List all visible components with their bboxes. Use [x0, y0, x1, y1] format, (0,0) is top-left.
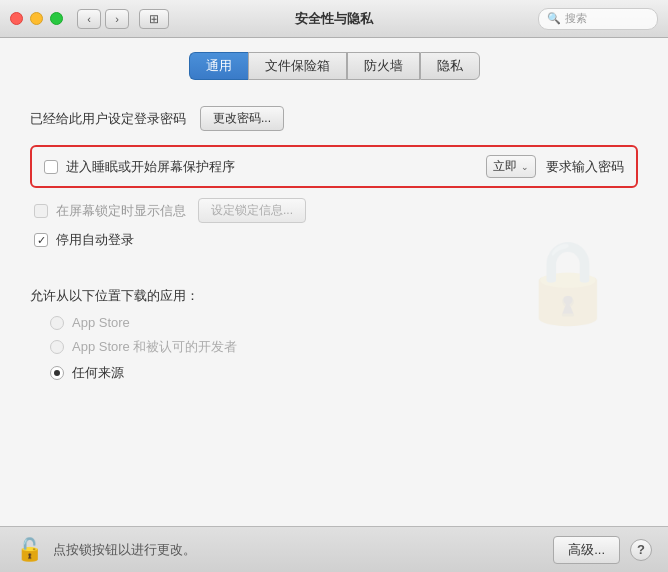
screensaver-label: 进入睡眠或开始屏幕保护程序 — [66, 158, 235, 176]
set-lock-button: 设定锁定信息... — [198, 198, 306, 223]
download-label: 允许从以下位置下载的应用： — [30, 287, 638, 305]
password-label: 已经给此用户设定登录密码 — [30, 110, 186, 128]
bottom-bar: 🔓 点按锁按钮以进行更改。 高级... ? — [0, 526, 668, 572]
window-title: 安全性与隐私 — [295, 10, 373, 28]
search-box[interactable]: 🔍 搜索 — [538, 8, 658, 30]
auto-login-row: ✓ 停用自动登录 — [34, 231, 638, 249]
radio-appstore-label: App Store — [72, 315, 130, 330]
nav-buttons: ‹ › — [77, 9, 129, 29]
search-placeholder: 搜索 — [565, 11, 587, 26]
tab-general[interactable]: 通用 — [189, 52, 248, 80]
search-icon: 🔍 — [547, 12, 561, 25]
traffic-lights — [10, 12, 63, 25]
forward-button[interactable]: › — [105, 9, 129, 29]
screensaver-highlight-box: 进入睡眠或开始屏幕保护程序 立即 ⌄ 要求输入密码 — [30, 145, 638, 188]
radio-appstore-dev[interactable] — [50, 340, 64, 354]
radio-anywhere-label: 任何来源 — [72, 364, 124, 382]
main-content: 通用 文件保险箱 防火墙 隐私 已经给此用户设定登录密码 更改密码... 进入睡… — [0, 38, 668, 526]
lock-screen-row: 在屏幕锁定时显示信息 设定锁定信息... — [34, 198, 638, 223]
radio-anywhere-dot — [54, 370, 60, 376]
screensaver-checkbox-row: 进入睡眠或开始屏幕保护程序 — [44, 158, 476, 176]
dropdown-value: 立即 — [493, 158, 517, 175]
tab-firewall[interactable]: 防火墙 — [347, 52, 420, 80]
tab-filevault[interactable]: 文件保险箱 — [248, 52, 347, 80]
radio-row-appstore-dev: App Store 和被认可的开发者 — [50, 338, 638, 356]
back-button[interactable]: ‹ — [77, 9, 101, 29]
radio-row-appstore: App Store — [50, 315, 638, 330]
auto-login-checkbox[interactable]: ✓ — [34, 233, 48, 247]
tab-privacy[interactable]: 隐私 — [420, 52, 480, 80]
lock-screen-checkbox — [34, 204, 48, 218]
radio-row-anywhere: 任何来源 — [50, 364, 638, 382]
panel-body: 已经给此用户设定登录密码 更改密码... 进入睡眠或开始屏幕保护程序 立即 ⌄ … — [0, 90, 668, 526]
lock-icon[interactable]: 🔓 — [16, 537, 43, 563]
grid-button[interactable]: ⊞ — [139, 9, 169, 29]
lock-screen-label: 在屏幕锁定时显示信息 — [56, 202, 186, 220]
radio-appstore-dev-label: App Store 和被认可的开发者 — [72, 338, 237, 356]
titlebar: ‹ › ⊞ 安全性与隐私 🔍 搜索 — [0, 0, 668, 38]
bottom-hint-text: 点按锁按钮以进行更改。 — [53, 541, 543, 559]
minimize-button[interactable] — [30, 12, 43, 25]
maximize-button[interactable] — [50, 12, 63, 25]
advanced-button[interactable]: 高级... — [553, 536, 620, 564]
require-password-label: 要求输入密码 — [546, 158, 624, 176]
download-section: 允许从以下位置下载的应用： App Store App Store 和被认可的开… — [30, 287, 638, 382]
auto-login-label: 停用自动登录 — [56, 231, 134, 249]
password-section: 已经给此用户设定登录密码 更改密码... — [30, 106, 638, 131]
radio-appstore[interactable] — [50, 316, 64, 330]
change-password-button[interactable]: 更改密码... — [200, 106, 284, 131]
dropdown-arrow-icon: ⌄ — [521, 162, 529, 172]
screensaver-dropdown[interactable]: 立即 ⌄ — [486, 155, 536, 178]
radio-anywhere[interactable] — [50, 366, 64, 380]
close-button[interactable] — [10, 12, 23, 25]
screensaver-checkbox[interactable] — [44, 160, 58, 174]
tabs-container: 通用 文件保险箱 防火墙 隐私 — [0, 38, 668, 90]
help-button[interactable]: ? — [630, 539, 652, 561]
download-radio-group: App Store App Store 和被认可的开发者 任何来源 — [50, 315, 638, 382]
